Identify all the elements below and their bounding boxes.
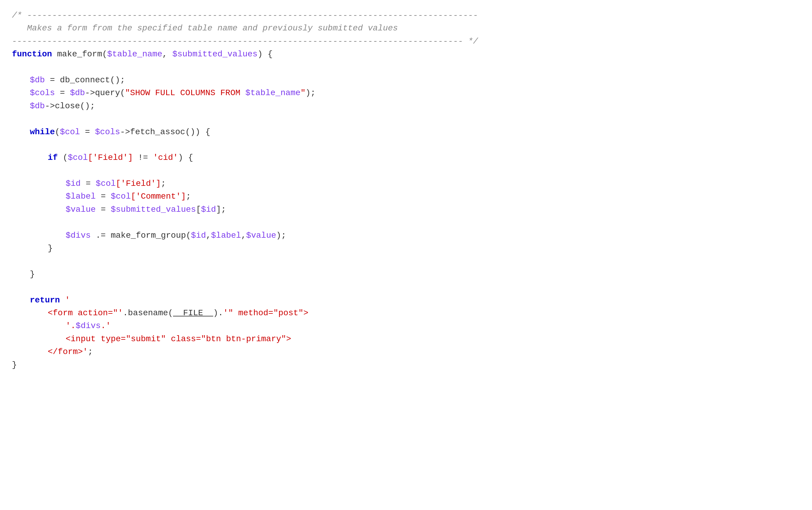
return-semi: ;	[88, 347, 93, 356]
param-table-name: $table_name	[107, 50, 162, 59]
value-equals: =	[96, 205, 111, 214]
param-submitted-values: $submitted_values	[172, 50, 258, 59]
db-connect-line: $db = db_connect();	[12, 74, 800, 87]
html-form-close: </form>';	[12, 346, 800, 358]
method-attr: method="post">	[233, 308, 309, 318]
return-quote: '	[60, 296, 70, 305]
form-close-tag: </form>'	[48, 347, 88, 356]
label-equals: =	[96, 192, 111, 201]
cid-str: 'cid'	[153, 153, 178, 162]
close-if-brace: }	[12, 242, 800, 255]
comment-line-2: Makes a form from the specified table na…	[12, 22, 800, 35]
keyword-if: if	[48, 153, 58, 162]
divs-concat-line: '.$divs.'	[12, 320, 800, 332]
id-equals: =	[81, 179, 95, 188]
func-brace-open: ) {	[257, 50, 272, 59]
code-editor: /* -------------------------------------…	[0, 0, 812, 510]
var-col: $col	[60, 127, 80, 137]
label-semi: ;	[186, 192, 191, 201]
comment-line-3: ----------------------------------------…	[12, 35, 800, 48]
keyword-function: function	[12, 50, 52, 59]
html-form-open: <form action="'.basename(__FILE__).'" me…	[12, 307, 800, 320]
cols-assign: =	[55, 88, 70, 97]
arg-id: $id	[191, 231, 206, 240]
comment-line-1: /* -------------------------------------…	[12, 9, 800, 22]
var-db-3: $db	[30, 101, 45, 111]
var-col-3: $col	[111, 192, 130, 201]
while-line: while($col = $cols->fetch_assoc()) {	[12, 125, 800, 139]
while-equals: =	[80, 127, 95, 137]
basename-close: ).	[213, 308, 224, 318]
value-line: $value = $submitted_values[$id];	[12, 203, 800, 216]
comma: ,	[162, 50, 172, 59]
bracket-open: [	[196, 205, 201, 214]
query-close: );	[306, 88, 316, 97]
var-id: $id	[66, 179, 81, 188]
id-semi: ;	[161, 179, 166, 188]
divs-comma2: ,	[241, 231, 246, 240]
id-line: $id = $col['Field'];	[12, 177, 800, 190]
var-col-2: $col	[96, 179, 116, 188]
var-db: $db	[30, 76, 45, 85]
field-str-2: ['Field']	[116, 179, 161, 188]
divs-concat: .= make_form_group(	[91, 231, 191, 240]
func-name: make_form(	[52, 50, 107, 59]
var-id-2: $id	[201, 205, 216, 214]
not-equal: !=	[133, 153, 153, 162]
brace-close-while: }	[30, 270, 35, 279]
form-tag-pre: <form action="'	[48, 308, 123, 318]
equals-db: = db_connect();	[45, 76, 125, 85]
var-cols-2: $cols	[95, 127, 120, 137]
form-tag-post: '"	[223, 308, 233, 318]
divs-close: );	[276, 231, 286, 240]
blank-line-4	[12, 164, 800, 177]
close-while-brace: }	[12, 268, 800, 281]
field-str: ['Field']	[88, 153, 133, 162]
blank-line-6	[12, 255, 800, 268]
var-divs: $divs	[66, 231, 91, 240]
keyword-return: return	[30, 296, 60, 305]
var-cols: $cols	[30, 88, 55, 97]
close-func-brace: }	[12, 359, 800, 371]
query-string: "SHOW FULL COLUMNS FROM	[125, 88, 245, 97]
if-paren: (	[58, 153, 68, 162]
if-brace: ) {	[178, 153, 193, 162]
brace-close-func: }	[12, 360, 17, 369]
divs-str-post: .'	[101, 321, 111, 330]
var-col-field: $col	[68, 153, 88, 162]
arrow-fetch: ->fetch_assoc()) {	[120, 127, 210, 137]
keyword-while: while	[30, 127, 55, 137]
if-line: if ($col['Field'] != 'cid') {	[12, 151, 800, 164]
arrow-query: ->query(	[85, 88, 125, 97]
file-const: __FILE__	[173, 308, 213, 318]
input-tag: <input type="submit" class="btn btn-prim…	[66, 334, 291, 343]
html-input: <input type="submit" class="btn btn-prim…	[12, 333, 800, 346]
arg-value: $value	[246, 231, 276, 240]
blank-line-5	[12, 216, 800, 229]
var-value: $value	[66, 205, 96, 214]
basename-call: .basename(	[123, 308, 173, 318]
arrow-close: ->close();	[45, 101, 95, 111]
cols-query-line: $cols = $db->query("SHOW FULL COLUMNS FR…	[12, 87, 800, 99]
divs-line: $divs .= make_form_group($id,$label,$val…	[12, 229, 800, 242]
blank-line-7	[12, 281, 800, 294]
blank-line-2	[12, 113, 800, 125]
while-paren-open: (	[55, 127, 60, 137]
query-string-close: "	[300, 88, 306, 97]
return-line: return '	[12, 294, 800, 307]
var-label: $label	[66, 192, 96, 201]
var-divs-2: $divs	[76, 321, 101, 330]
label-line: $label = $col['Comment'];	[12, 190, 800, 203]
brace-close-if: }	[48, 244, 53, 253]
value-close: ];	[216, 205, 226, 214]
var-db-2: $db	[70, 88, 85, 97]
var-submitted: $submitted_values	[111, 205, 196, 214]
function-declaration: function make_form($table_name, $submitt…	[12, 48, 800, 61]
arg-label: $label	[211, 231, 241, 240]
db-close-line: $db->close();	[12, 100, 800, 113]
blank-line-3	[12, 139, 800, 151]
var-table-name-in-str: $table_name	[245, 88, 301, 97]
blank-line-1	[12, 61, 800, 74]
divs-comma1: ,	[206, 231, 211, 240]
divs-str-pre: '.	[66, 321, 76, 330]
